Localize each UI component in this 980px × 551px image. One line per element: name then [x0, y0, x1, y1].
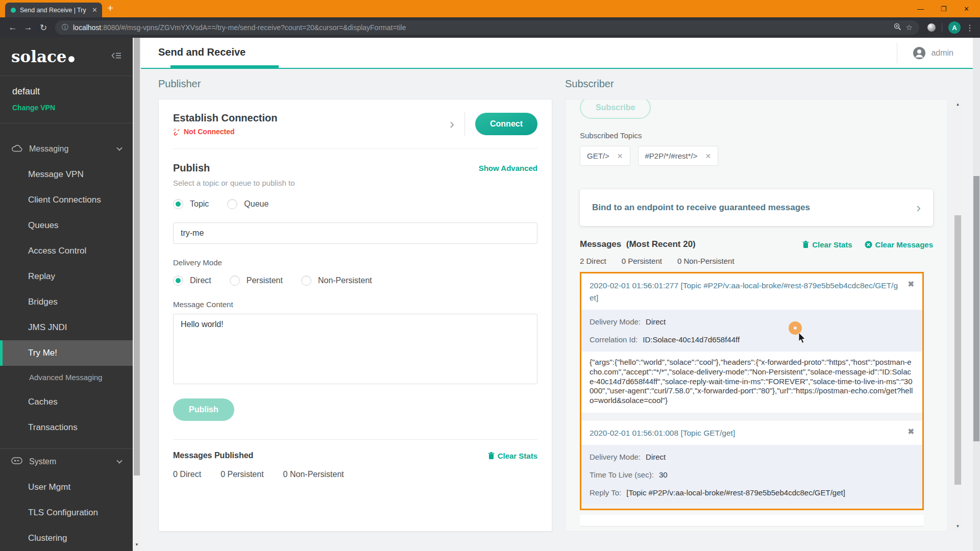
sidebar-item-clustering[interactable]: Clustering — [0, 525, 133, 551]
sidebar-scrollbar-thumb[interactable] — [134, 38, 140, 475]
sidebar-item-message-vpn[interactable]: Message VPN — [0, 162, 133, 187]
extension-icon[interactable] — [927, 23, 936, 32]
cloud-icon — [11, 144, 22, 154]
zoom-page-icon[interactable] — [894, 23, 901, 32]
scroll-down-arrow-icon[interactable]: ▼ — [953, 524, 962, 529]
solace-logo: solace — [11, 47, 75, 66]
clear-messages-link[interactable]: Clear Messages — [865, 240, 933, 249]
remove-topic-icon[interactable]: ✕ — [617, 152, 623, 160]
page-scrollbar[interactable] — [973, 38, 980, 551]
scroll-up-arrow-icon[interactable]: ▲ — [953, 102, 962, 107]
establish-connection-row[interactable]: Establish Connection Not Connected › Con… — [173, 99, 537, 149]
tab-close-icon[interactable]: ✕ — [92, 6, 97, 14]
message-card: 2020-02-01 01:56:01:008 [Topic GET/get] … — [581, 421, 922, 505]
sidebar-item-user-mgmt[interactable]: User Mgmt — [0, 474, 133, 500]
back-button[interactable]: ← — [5, 22, 20, 33]
sidebar-item-transactions[interactable]: Transactions — [0, 415, 133, 440]
dismiss-message-icon[interactable]: ✖ — [908, 280, 914, 304]
show-advanced-link[interactable]: Show Advanced — [479, 164, 537, 172]
publish-title: Publish — [173, 162, 210, 174]
published-counts: 0 Direct 0 Persistent 0 Non-Persistent — [173, 470, 537, 479]
subscriber-scrollbar-thumb[interactable] — [954, 215, 961, 485]
connect-button[interactable]: Connect — [475, 113, 537, 135]
browser-menu-icon[interactable]: ⋮ — [965, 23, 975, 33]
sidebar-item-try-me[interactable]: Try Me! — [0, 340, 133, 366]
url-bar[interactable]: ⓘ localhost:8080/#/msg-vpns/ZGVmYXVsdA==… — [55, 20, 919, 35]
browser-profile-avatar[interactable]: A — [948, 21, 961, 34]
message-gap — [581, 413, 922, 421]
radio-direct[interactable]: Direct — [173, 276, 211, 286]
radio-queue[interactable]: Queue — [227, 199, 268, 209]
radio-persistent[interactable]: Persistent — [230, 276, 283, 286]
forward-button[interactable]: → — [20, 22, 36, 33]
browser-titlebar: Send and Receive | Try Me! ✕ + — ❐ ✕ — [0, 0, 980, 17]
received-counts: 2 Direct 0 Persistent 0 Non-Persistent — [580, 257, 933, 265]
sidebar-item-tls-configuration[interactable]: TLS Configuration — [0, 500, 133, 525]
circle-x-icon — [865, 241, 872, 248]
mouse-cursor — [798, 333, 806, 344]
bind-endpoint-banner[interactable]: Bind to an endpoint to receive guarantee… — [580, 189, 933, 226]
delivery-mode-label: Delivery Mode — [173, 258, 537, 267]
message-topic-link[interactable]: 2020-02-01 01:56:01:008 [Topic GET/get] — [590, 427, 901, 439]
topic-input[interactable] — [173, 222, 537, 244]
message-content-label: Message Content — [173, 300, 537, 309]
sidebar-item-client-connections[interactable]: Client Connections — [0, 187, 133, 213]
user-name: admin — [931, 48, 953, 58]
subscriber-scrollbar[interactable]: ▲ ▼ — [953, 99, 962, 532]
minimize-button[interactable]: — — [909, 0, 932, 17]
message-field: Reply To:[Topic #P2P/v:aa-local-broke/#r… — [581, 484, 922, 502]
site-info-icon[interactable]: ⓘ — [62, 23, 68, 32]
partially-visible-message-card — [580, 515, 924, 526]
radio-non-persistent[interactable]: Non-Persistent — [301, 276, 372, 286]
vertical-divider — [464, 112, 465, 136]
browser-tab[interactable]: Send and Receive | Try Me! ✕ — [5, 3, 102, 17]
radio-selected-icon — [173, 199, 183, 209]
sidebar-section-system[interactable]: System — [0, 449, 133, 474]
message-field: Correlation Id:ID:Solace-40c14d7d658f44f… — [581, 331, 922, 348]
restore-button[interactable]: ❐ — [932, 0, 955, 17]
radio-unselected-icon — [227, 199, 237, 209]
url-text: localhost:8080/#/msg-vpns/ZGVmYXVsdA==/t… — [73, 23, 889, 32]
reload-button[interactable]: ↻ — [36, 22, 51, 33]
page-scrollbar-thumb[interactable] — [973, 176, 979, 441]
message-field: Delivery Mode:Direct — [581, 313, 922, 331]
toolbar-divider — [942, 23, 942, 32]
sidebar-item-jms-jndi[interactable]: JMS JNDI — [0, 315, 133, 340]
scroll-down-arrow-icon[interactable]: ▼ — [133, 542, 141, 547]
bookmark-star-icon[interactable]: ☆ — [906, 23, 913, 32]
radio-unselected-icon — [301, 276, 311, 286]
sidebar-section-messaging[interactable]: Messaging — [0, 136, 133, 162]
current-vpn-name: default — [12, 86, 120, 97]
sidebar-item-caches[interactable]: Caches — [0, 389, 133, 415]
dismiss-message-icon[interactable]: ✖ — [908, 427, 914, 439]
publish-subtitle: Select a topic or queue to publish to — [173, 179, 537, 187]
sidebar-item-replay[interactable]: Replay — [0, 264, 133, 289]
sidebar-item-bridges[interactable]: Bridges — [0, 289, 133, 315]
user-avatar-icon — [913, 46, 926, 60]
publisher-clear-stats-link[interactable]: Clear Stats — [488, 452, 537, 460]
subscriber-clear-stats-link[interactable]: Clear Stats — [802, 240, 852, 249]
new-tab-button[interactable]: + — [107, 2, 113, 14]
publish-button[interactable]: Publish — [173, 398, 234, 421]
tab-send-and-receive[interactable]: Send and Receive — [158, 38, 246, 67]
active-tab-underline — [170, 65, 279, 68]
subscribe-button[interactable]: Subscribe — [580, 99, 651, 119]
user-menu[interactable]: admin — [897, 43, 953, 63]
change-vpn-link[interactable]: Change VPN — [12, 104, 120, 112]
sidebar-item-advanced-messaging[interactable]: Advanced Messaging — [0, 366, 133, 389]
messages-published-title: Messages Published — [173, 451, 253, 460]
remove-topic-icon[interactable]: ✕ — [705, 152, 711, 160]
trash-icon — [488, 452, 495, 460]
close-window-button[interactable]: ✕ — [955, 0, 978, 17]
messages-title: Messages (Most Recent 20) — [580, 239, 790, 249]
sidebar-collapse-icon[interactable] — [111, 52, 121, 62]
radio-topic[interactable]: Topic — [173, 199, 209, 209]
message-content-input[interactable]: Hello world! — [173, 314, 537, 384]
sidebar-item-queues[interactable]: Queues — [0, 213, 133, 238]
publisher-card: Establish Connection Not Connected › Con… — [158, 99, 552, 532]
sidebar-item-access-control[interactable]: Access Control — [0, 238, 133, 264]
browser-toolbar: ← → ↻ ⓘ localhost:8080/#/msg-vpns/ZGVmYX… — [0, 17, 980, 38]
chevron-down-icon — [116, 458, 122, 463]
message-topic-link[interactable]: 2020-02-01 01:56:01:277 [Topic #P2P/v:aa… — [590, 280, 901, 304]
sidebar-scrollbar[interactable]: ▼ — [133, 38, 141, 551]
